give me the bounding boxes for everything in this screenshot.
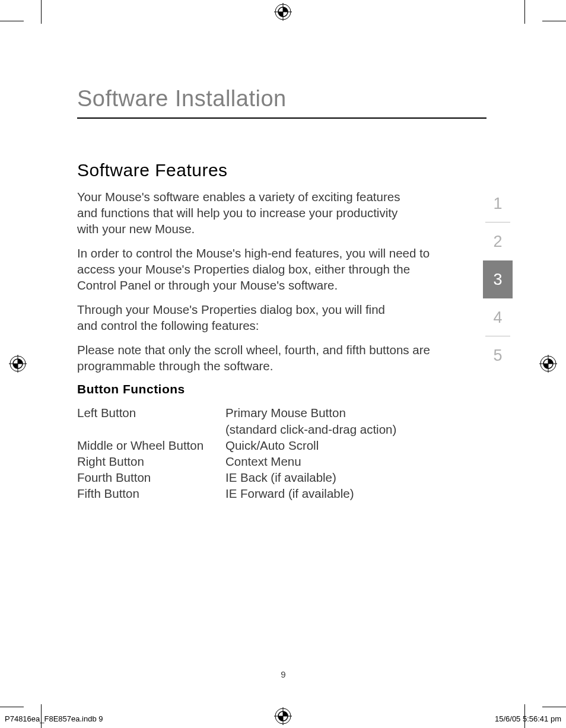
table-row: Right Button Context Menu (77, 453, 486, 469)
footer-filename: P74816ea_F8E857ea.indb 9 (5, 714, 103, 723)
button-desc: IE Back (if available) (225, 469, 486, 485)
tab-5[interactable]: 5 (483, 336, 513, 374)
tab-3[interactable]: 3 (483, 260, 513, 298)
button-label: Fourth Button (77, 469, 225, 485)
sub-heading: Button Functions (77, 382, 486, 396)
paragraph: In order to control the Mouse's high-end… (77, 245, 451, 293)
button-desc: Context Menu (225, 453, 486, 469)
registration-mark-icon (9, 355, 27, 373)
tab-1[interactable]: 1 (483, 185, 513, 222)
button-desc: Quick/Auto Scroll (225, 437, 486, 453)
crop-mark (542, 21, 566, 21)
section-title: Software Features (77, 160, 486, 180)
table-row: Left Button Primary Mouse Button (standa… (77, 405, 486, 437)
paragraph: Please note that only the scroll wheel, … (77, 342, 451, 374)
chapter-title: Software Installation (77, 86, 486, 119)
tab-4[interactable]: 4 (483, 298, 513, 336)
button-desc: IE Forward (if available) (225, 485, 486, 501)
paragraph: Through your Mouse's Properties dialog b… (77, 301, 392, 333)
crop-mark (542, 707, 566, 707)
crop-mark (0, 707, 24, 707)
tab-2[interactable]: 2 (483, 222, 513, 260)
button-label: Fifth Button (77, 485, 225, 501)
button-functions-table: Left Button Primary Mouse Button (standa… (77, 405, 486, 501)
button-label: Right Button (77, 453, 225, 469)
crop-mark (524, 0, 525, 24)
button-desc: Primary Mouse Button (standard click-and… (225, 405, 486, 437)
footer-timestamp: 15/6/05 5:56:41 pm (495, 714, 561, 723)
page-number: 9 (42, 669, 525, 679)
crop-mark (41, 0, 42, 24)
paragraph: Your Mouse's software enables a variety … (77, 189, 409, 237)
table-row: Fifth Button IE Forward (if available) (77, 485, 486, 501)
desc-line: Primary Mouse Button (225, 405, 486, 421)
page-area: Software Installation Software Features … (42, 21, 525, 706)
footer: P74816ea_F8E857ea.indb 9 15/6/05 5:56:41… (5, 714, 561, 723)
section-tabs: 1 2 3 4 5 (483, 185, 513, 374)
registration-mark-icon (274, 3, 292, 21)
table-row: Fourth Button IE Back (if available) (77, 469, 486, 485)
desc-line: (standard click-and-drag action) (225, 421, 486, 437)
button-label: Left Button (77, 405, 225, 437)
crop-mark (0, 21, 24, 21)
table-row: Middle or Wheel Button Quick/Auto Scroll (77, 437, 486, 453)
button-label: Middle or Wheel Button (77, 437, 225, 453)
registration-mark-icon (539, 355, 557, 373)
content-area: Software Installation Software Features … (77, 86, 486, 501)
